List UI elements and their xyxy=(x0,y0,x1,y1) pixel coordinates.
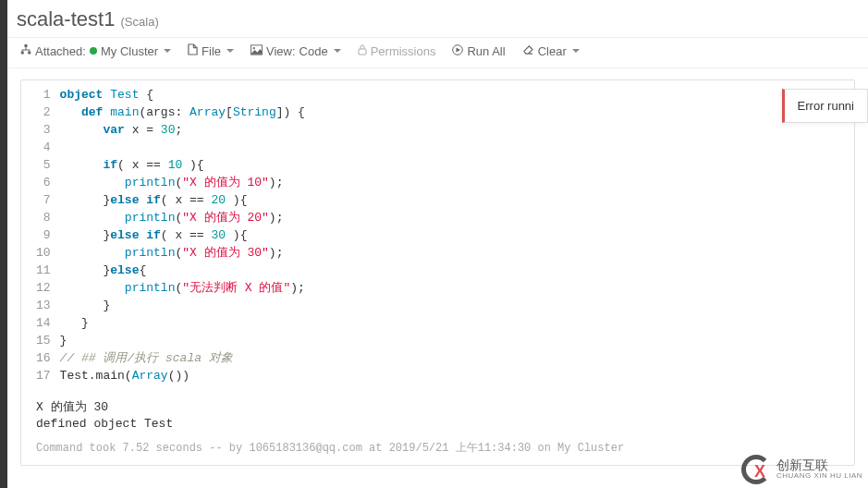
watermark-text: 创新互联 xyxy=(776,459,862,471)
code-cell[interactable]: 1 2 3 4 5 6 7 8 9 10 11 12 13 14 15 16 1 xyxy=(20,79,855,466)
svg-rect-1 xyxy=(21,51,24,54)
run-all-button[interactable]: Run All xyxy=(452,44,505,58)
line-number: 10 xyxy=(36,244,51,262)
attached-label: Attached: xyxy=(35,44,86,58)
watermark-logo-icon: X xyxy=(741,455,771,484)
svg-rect-2 xyxy=(28,51,31,54)
line-number: 9 xyxy=(36,226,51,244)
svg-rect-0 xyxy=(25,44,28,47)
play-icon xyxy=(452,44,463,58)
line-number: 17 xyxy=(36,367,51,384)
error-toast-text: Error runni xyxy=(798,99,854,113)
line-number: 12 xyxy=(36,279,51,297)
line-number: 4 xyxy=(36,139,51,156)
clear-menu[interactable]: Clear xyxy=(522,44,580,58)
line-number: 8 xyxy=(36,209,51,226)
line-number: 6 xyxy=(36,174,51,191)
output-line: X 的值为 30 xyxy=(36,399,839,416)
run-all-label: Run All xyxy=(467,44,505,58)
permissions-button: Permissions xyxy=(358,44,436,58)
command-info: Command took 7.52 seconds -- by 10651831… xyxy=(21,436,854,465)
svg-point-4 xyxy=(253,47,255,49)
permissions-label: Permissions xyxy=(371,44,436,58)
line-number: 2 xyxy=(36,104,51,121)
line-number: 15 xyxy=(36,332,51,349)
cell-output: X 的值为 30 defined object Test xyxy=(21,390,854,436)
sitemap-icon xyxy=(20,44,31,58)
chevron-down-icon xyxy=(226,49,234,53)
line-number: 1 xyxy=(36,86,51,104)
main-area: scala-test1 (Scala) Attached: My Cluster… xyxy=(7,0,868,477)
line-number: 7 xyxy=(36,191,51,209)
code-text[interactable]: object Test { def main(args: Array[Strin… xyxy=(60,86,854,384)
svg-rect-5 xyxy=(359,49,366,55)
view-value: Code xyxy=(300,44,328,58)
file-icon xyxy=(188,43,198,58)
line-number: 14 xyxy=(36,314,51,332)
chevron-down-icon xyxy=(572,49,580,53)
watermark-text-block: 创新互联 CHUANG XIN HU LIAN xyxy=(776,459,862,480)
notebook-language-value: Scala xyxy=(125,15,155,29)
line-number: 5 xyxy=(36,156,51,174)
code-editor[interactable]: 1 2 3 4 5 6 7 8 9 10 11 12 13 14 15 16 1 xyxy=(21,80,854,390)
cluster-status-icon xyxy=(90,47,97,55)
view-menu[interactable]: View: Code xyxy=(251,44,341,58)
attached-cluster[interactable]: Attached: My Cluster xyxy=(20,44,171,58)
line-gutter: 1 2 3 4 5 6 7 8 9 10 11 12 13 14 15 16 1 xyxy=(21,86,60,384)
cluster-name: My Cluster xyxy=(101,44,158,58)
notebook-language: (Scala) xyxy=(121,15,159,29)
file-menu[interactable]: File xyxy=(188,43,234,58)
chevron-down-icon xyxy=(164,49,171,53)
notebook-title[interactable]: scala-test1 xyxy=(17,7,115,30)
output-line: defined object Test xyxy=(36,416,839,433)
chevron-down-icon xyxy=(334,49,341,53)
view-label: View: xyxy=(266,44,296,58)
image-icon xyxy=(251,44,263,58)
clear-label: Clear xyxy=(538,44,567,58)
toolbar: Attached: My Cluster File View: Code Per xyxy=(7,37,868,68)
error-toast[interactable]: Error runni xyxy=(782,89,868,123)
line-number: 13 xyxy=(36,297,51,314)
line-number: 16 xyxy=(36,349,51,367)
line-number: 3 xyxy=(36,121,51,139)
eraser-icon xyxy=(522,44,534,57)
left-rail xyxy=(0,0,7,488)
notebook-content: 1 2 3 4 5 6 7 8 9 10 11 12 13 14 15 16 1 xyxy=(7,68,868,477)
watermark-subtext: CHUANG XIN HU LIAN xyxy=(776,471,862,480)
notebook-title-bar: scala-test1 (Scala) xyxy=(7,0,868,37)
watermark: X 创新互联 CHUANG XIN HU LIAN xyxy=(741,455,862,484)
line-number: 11 xyxy=(36,262,51,279)
file-label: File xyxy=(202,44,221,58)
lock-icon xyxy=(358,44,367,58)
